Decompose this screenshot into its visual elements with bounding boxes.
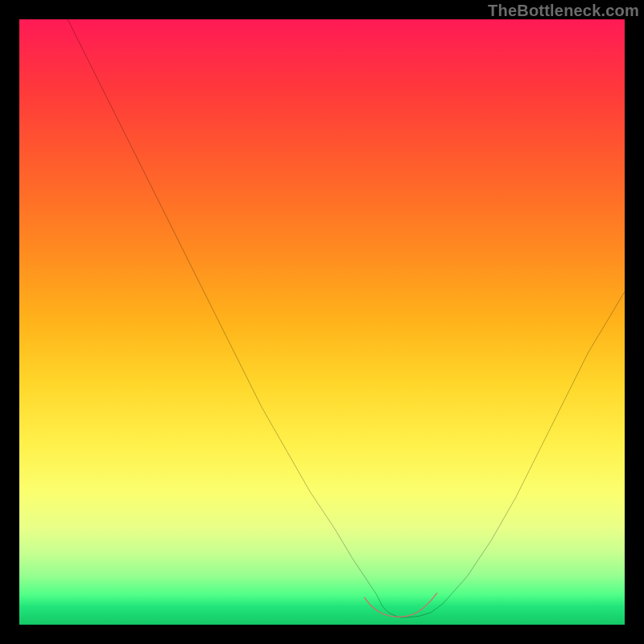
watermark-label: TheBottleneck.com [488,2,639,20]
plot-area [19,19,625,625]
chart-svg [19,19,625,625]
chart-frame [19,19,625,625]
optimal-zone-marker [365,593,437,617]
bottleneck-curve [68,19,625,617]
